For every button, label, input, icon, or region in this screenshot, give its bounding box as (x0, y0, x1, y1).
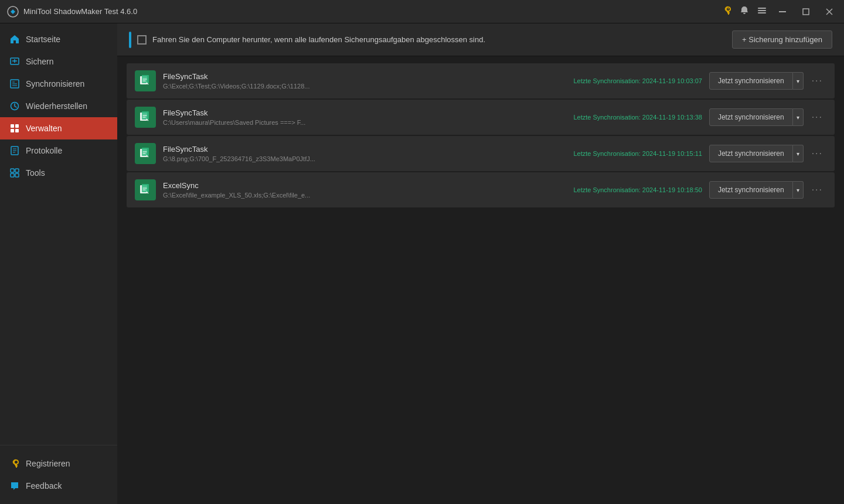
main-layout: Startseite Sichern Synchronisieren Wiede… (0, 23, 844, 504)
task-icon-4 (135, 179, 156, 200)
task-row-3: FileSyncTask G:\8.png;G:\700_F_252364716… (127, 136, 835, 171)
titlebar-left: MiniTool ShadowMaker Test 4.6.0 (7, 6, 137, 18)
backup-icon (9, 56, 20, 67)
task-row-1: FileSyncTask G:\Excel;G:\Test;G:\Videos;… (127, 63, 835, 98)
task-icon-1 (135, 70, 156, 91)
restore-icon (9, 101, 20, 111)
sync-icon (9, 79, 20, 89)
svg-rect-19 (15, 173, 19, 177)
svg-rect-11 (11, 124, 14, 128)
task-actions-4: Jetzt synchronisieren ▾ ··· (709, 181, 826, 199)
task-path-2: C:\Users\maura\Pictures\Saved Pictures =… (163, 119, 566, 126)
sidebar-item-feedback[interactable]: Feedback (0, 475, 117, 497)
task-actions-2: Jetzt synchronisieren ▾ ··· (709, 108, 826, 126)
svg-rect-14 (15, 129, 19, 132)
sidebar-label-feedback: Feedback (26, 481, 62, 491)
task-path-4: G:\Excel\file_example_XLS_50.xls;G:\Exce… (163, 192, 566, 199)
task-info-1: FileSyncTask G:\Excel;G:\Test;G:\Videos;… (163, 72, 566, 90)
topbar-left: Fahren Sie den Computer herunter, wenn a… (129, 32, 485, 48)
more-options-button-2[interactable]: ··· (808, 108, 826, 126)
task-name-1: FileSyncTask (163, 72, 566, 81)
sidebar-label-protokolle: Protokolle (26, 146, 62, 155)
close-button[interactable] (822, 4, 837, 19)
sync-now-button-3[interactable]: Jetzt synchronisieren (709, 145, 793, 162)
svg-rect-5 (803, 9, 809, 15)
add-backup-button[interactable]: + Sicherung hinzufügen (732, 30, 832, 49)
sidebar-label-synchronisieren: Synchronisieren (26, 79, 84, 88)
task-info-4: ExcelSync G:\Excel\file_example_XLS_50.x… (163, 181, 566, 199)
sidebar-item-synchronisieren[interactable]: Synchronisieren (0, 73, 117, 95)
maximize-button[interactable] (798, 4, 814, 19)
svg-rect-12 (15, 124, 19, 128)
more-options-button-4[interactable]: ··· (808, 181, 826, 199)
task-sync-time-2: Letzte Synchronisation: 2024-11-19 10:13… (573, 114, 702, 121)
task-row-2: FileSyncTask C:\Users\maura\Pictures\Sav… (127, 100, 835, 135)
more-options-button-3[interactable]: ··· (808, 145, 826, 162)
sidebar-item-verwalten[interactable]: Verwalten (0, 117, 117, 139)
sidebar-label-registrieren: Registrieren (26, 459, 70, 468)
titlebar-controls (722, 4, 837, 19)
task-row-4: ExcelSync G:\Excel\file_example_XLS_50.x… (127, 172, 835, 207)
svg-rect-4 (779, 11, 786, 12)
shutdown-checkbox[interactable] (137, 35, 147, 45)
content-topbar: Fahren Sie den Computer herunter, wenn a… (117, 23, 844, 56)
sync-now-button-2[interactable]: Jetzt synchronisieren (709, 108, 793, 126)
manage-icon (9, 123, 20, 134)
task-name-3: FileSyncTask (163, 145, 566, 154)
sync-dropdown-3[interactable]: ▾ (793, 145, 804, 162)
sidebar-item-protokolle[interactable]: Protokolle (0, 139, 117, 162)
key-icon[interactable] (722, 6, 731, 17)
svg-rect-16 (11, 169, 14, 172)
sidebar-label-tools: Tools (26, 168, 45, 178)
log-icon (9, 145, 20, 156)
sync-dropdown-4[interactable]: ▾ (793, 181, 804, 199)
sidebar-nav: Startseite Sichern Synchronisieren Wiede… (0, 28, 117, 445)
task-actions-1: Jetzt synchronisieren ▾ ··· (709, 72, 826, 90)
app-title: MiniTool ShadowMaker Test 4.6.0 (23, 7, 137, 16)
svg-rect-2 (758, 10, 766, 11)
home-icon (9, 34, 20, 45)
sidebar-label-sichern: Sichern (26, 57, 53, 66)
titlebar: MiniTool ShadowMaker Test 4.6.0 (0, 0, 844, 23)
sidebar-item-sichern[interactable]: Sichern (0, 50, 117, 73)
task-sync-time-4: Letzte Synchronisation: 2024-11-19 10:18… (573, 186, 702, 193)
register-icon (9, 458, 20, 469)
sync-dropdown-2[interactable]: ▾ (793, 108, 804, 126)
sidebar-label-wiederherstellen: Wiederherstellen (26, 101, 87, 111)
task-path-1: G:\Excel;G:\Test;G:\Videos;G:\1129.docx;… (163, 83, 566, 90)
feedback-icon (9, 481, 20, 491)
hamburger-icon[interactable] (757, 6, 767, 17)
notification-icon[interactable] (740, 6, 749, 17)
sync-dropdown-1[interactable]: ▾ (793, 72, 804, 90)
sidebar-item-wiederherstellen[interactable]: Wiederherstellen (0, 95, 117, 117)
svg-rect-17 (15, 169, 19, 172)
shutdown-label: Fahren Sie den Computer herunter, wenn a… (152, 35, 485, 44)
task-list: FileSyncTask G:\Excel;G:\Test;G:\Videos;… (117, 56, 844, 214)
task-actions-3: Jetzt synchronisieren ▾ ··· (709, 145, 826, 162)
svg-rect-18 (11, 173, 14, 177)
app-logo (7, 6, 19, 18)
topbar-accent (129, 32, 131, 48)
sync-now-button-4[interactable]: Jetzt synchronisieren (709, 181, 793, 199)
task-name-4: ExcelSync (163, 181, 566, 190)
task-info-3: FileSyncTask G:\8.png;G:\700_F_252364716… (163, 145, 566, 162)
task-path-3: G:\8.png;G:\700_F_252364716_z3S3Me3MaP0J… (163, 155, 566, 162)
sidebar-label-startseite: Startseite (26, 35, 60, 44)
task-sync-time-3: Letzte Synchronisation: 2024-11-19 10:15… (573, 150, 702, 157)
sidebar-item-startseite[interactable]: Startseite (0, 28, 117, 50)
minimize-button[interactable] (775, 4, 790, 19)
sidebar: Startseite Sichern Synchronisieren Wiede… (0, 23, 117, 504)
task-name-2: FileSyncTask (163, 108, 566, 117)
more-options-button-1[interactable]: ··· (808, 72, 826, 90)
sidebar-bottom: Registrieren Feedback (0, 445, 117, 504)
svg-rect-3 (758, 12, 766, 13)
task-info-2: FileSyncTask C:\Users\maura\Pictures\Sav… (163, 108, 566, 126)
sync-now-button-1[interactable]: Jetzt synchronisieren (709, 72, 793, 90)
svg-rect-1 (758, 8, 766, 9)
sidebar-item-registrieren[interactable]: Registrieren (0, 452, 117, 475)
task-sync-time-1: Letzte Synchronisation: 2024-11-19 10:03… (573, 77, 702, 84)
svg-rect-13 (11, 129, 14, 132)
task-icon-3 (135, 143, 156, 164)
content-area: Fahren Sie den Computer herunter, wenn a… (117, 23, 844, 504)
sidebar-item-tools[interactable]: Tools (0, 162, 117, 184)
